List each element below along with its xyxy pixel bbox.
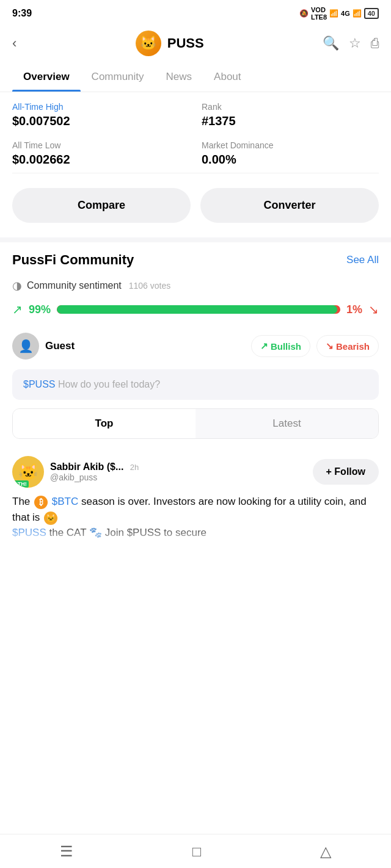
filter-tabs: Top Latest	[12, 408, 379, 439]
post-username: Sabbir Akib ($...	[50, 461, 123, 472]
section-divider	[0, 237, 391, 242]
coin-title: PUSS	[167, 35, 204, 51]
coin-logo: 🐱	[136, 31, 161, 56]
bottom-nav: ☰ □ △	[0, 834, 391, 868]
rank-label: Rank	[202, 102, 379, 112]
signal-text: VODLTE8	[311, 6, 327, 21]
network-icon: 4G	[341, 10, 350, 17]
bullish-fill	[57, 305, 337, 314]
comment-placeholder: $PUSS How do you feel today?	[23, 379, 160, 389]
back-nav-icon[interactable]: △	[320, 843, 331, 860]
community-title: PussFi Community	[12, 252, 134, 268]
post-handle: @akib_puss	[50, 472, 139, 482]
post-text-1: The	[12, 496, 30, 507]
community-content: PussFi Community See All ◑ Community sen…	[0, 242, 391, 553]
filter-tab-top[interactable]: Top	[13, 409, 196, 438]
bullish-btn-icon: ↗	[260, 341, 268, 352]
post-fade-overlay	[12, 523, 379, 547]
btc-icon: ₿	[34, 496, 48, 509]
converter-button[interactable]: Converter	[200, 188, 379, 223]
sentiment-vote-buttons: ↗ Bullish ↘ Bearish	[251, 335, 379, 357]
bullish-arrow-icon: ↗	[12, 302, 23, 317]
search-icon[interactable]: 🔍	[323, 35, 339, 51]
stat-rank: Rank #1375	[202, 102, 379, 128]
sentiment-bar: ↗ 99% 1% ↘	[12, 297, 379, 327]
post-avatar: 🐱 ATH!	[12, 456, 44, 488]
guest-row: 👤 Guest ↗ Bullish ↘ Bearish	[12, 327, 379, 366]
rank-value: #1375	[202, 114, 379, 128]
status-icons: 🔕 VODLTE8 📶 4G 📶 40	[299, 6, 379, 21]
stat-all-time-high: All-Time High $0.007502	[12, 102, 189, 128]
battery-indicator: 40	[364, 8, 379, 19]
main-content: All-Time High $0.007502 Rank #1375 All T…	[0, 92, 391, 237]
tab-community[interactable]: Community	[81, 62, 155, 92]
votes-count: 1106 votes	[129, 281, 171, 291]
stats-grid: All-Time High $0.007502 Rank #1375 All T…	[12, 92, 379, 173]
mute-icon: 🔕	[299, 9, 309, 18]
action-buttons: Compare Converter	[12, 173, 379, 237]
bullish-percentage: 99%	[29, 303, 51, 316]
bullish-button[interactable]: ↗ Bullish	[251, 335, 310, 357]
md-label: Market Dominance	[202, 140, 379, 150]
post-item: 🐱 ATH! Sabbir Akib ($... 2h @akib_puss +…	[12, 450, 379, 553]
sentiment-row: ◑ Community sentiment 1106 votes	[12, 274, 379, 297]
header-actions: 🔍 ☆ ⎙	[323, 35, 379, 51]
tab-overview[interactable]: Overview	[12, 62, 81, 92]
status-bar: 9:39 🔕 VODLTE8 📶 4G 📶 40	[0, 0, 391, 24]
tab-news[interactable]: News	[155, 62, 203, 92]
btc-tag: $BTC	[52, 496, 78, 507]
post-username-row: Sabbir Akib ($... 2h	[50, 461, 139, 472]
bearish-arrow-icon: ↘	[368, 302, 379, 317]
header: ‹ 🐱 PUSS 🔍 ☆ ⎙	[0, 24, 391, 62]
post-user-details: Sabbir Akib ($... 2h @akib_puss	[50, 461, 139, 482]
signal-bars2: 📶	[353, 9, 362, 18]
post-header: 🐱 ATH! Sabbir Akib ($... 2h @akib_puss +…	[12, 456, 379, 488]
stat-all-time-low: All Time Low $0.002662	[12, 140, 189, 167]
md-value: 0.00%	[202, 153, 379, 167]
community-header: PussFi Community See All	[12, 242, 379, 274]
guest-info: 👤 Guest	[12, 333, 75, 360]
bearish-button[interactable]: ↘ Bearish	[316, 335, 379, 357]
filter-tab-latest[interactable]: Latest	[196, 409, 378, 438]
ath-value: $0.007502	[12, 114, 189, 128]
post-user-info: 🐱 ATH! Sabbir Akib ($... 2h @akib_puss	[12, 456, 139, 488]
follow-button[interactable]: + Follow	[313, 459, 379, 485]
main-tabs: Overview Community News About	[0, 62, 391, 92]
bearish-percentage: 1%	[346, 303, 362, 316]
signal-bars: 📶	[329, 9, 338, 18]
atl-label: All Time Low	[12, 140, 189, 150]
home-icon[interactable]: □	[192, 843, 202, 860]
tab-about[interactable]: About	[203, 62, 252, 92]
favorite-icon[interactable]: ☆	[349, 35, 361, 51]
sentiment-progress-bar	[57, 305, 340, 314]
menu-icon[interactable]: ☰	[60, 843, 73, 860]
status-time: 9:39	[12, 8, 32, 19]
header-left: ‹	[12, 35, 16, 51]
comment-input-box[interactable]: $PUSS How do you feel today?	[12, 369, 379, 400]
back-button[interactable]: ‹	[12, 35, 16, 51]
sentiment-icon: ◑	[12, 279, 22, 292]
sentiment-label: Community sentiment	[27, 280, 122, 291]
ath-label: All-Time High	[12, 102, 189, 112]
stat-market-dominance: Market Dominance 0.00%	[202, 140, 379, 167]
comment-tag: $PUSS	[23, 379, 55, 389]
post-time: 2h	[130, 463, 139, 472]
atl-value: $0.002662	[12, 153, 189, 167]
ath-badge: ATH!	[12, 480, 29, 488]
comment-hint: How do you feel today?	[58, 379, 160, 389]
compare-button[interactable]: Compare	[12, 188, 191, 223]
bearish-btn-icon: ↘	[326, 341, 334, 352]
share-icon[interactable]: ⎙	[371, 35, 379, 51]
guest-avatar: 👤	[12, 333, 39, 360]
guest-name: Guest	[45, 340, 75, 352]
header-center: 🐱 PUSS	[136, 31, 204, 56]
see-all-button[interactable]: See All	[346, 254, 379, 266]
